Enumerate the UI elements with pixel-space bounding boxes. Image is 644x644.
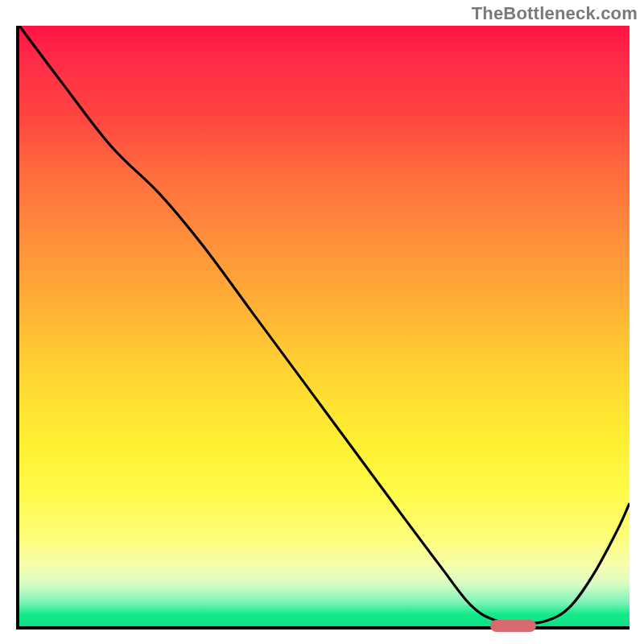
chart-plot-area [16,26,630,630]
chart-line [19,26,630,626]
optimal-marker [490,620,536,631]
watermark-text: TheBottleneck.com [472,3,638,24]
